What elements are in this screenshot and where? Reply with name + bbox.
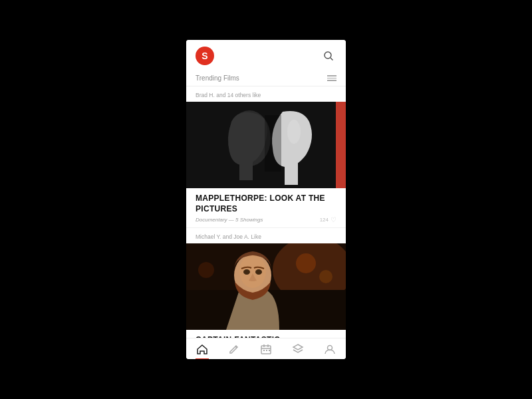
film-card-captain: Michael Y. and Joe A. Like: [186, 228, 346, 338]
phone-frame: S Trending Films Brad H. and 14 others l…: [186, 40, 346, 359]
svg-point-17: [319, 270, 332, 283]
svg-point-0: [325, 52, 331, 59]
social-text-1: Brad H. and 14 others like: [186, 86, 346, 102]
film-info-captain: CAPTAIN FANTASTIC: [186, 330, 346, 338]
search-button[interactable]: [321, 48, 336, 64]
svg-point-16: [296, 253, 316, 273]
film-title-mapplethorpe: MAPPLETHORPE: LOOK AT THE PICTURES: [196, 194, 336, 214]
svg-rect-5: [285, 162, 298, 185]
svg-rect-23: [263, 350, 265, 351]
film-meta-mapplethorpe: Documentary — 5 Showings 124 ♡: [196, 216, 336, 223]
nav-layers[interactable]: [292, 343, 304, 355]
nav-profile[interactable]: [324, 343, 336, 355]
menu-icon[interactable]: [327, 75, 336, 81]
film-genre-mapplethorpe: Documentary — 5 Showings: [196, 217, 263, 223]
section-title: Trending Films: [196, 74, 239, 82]
svg-rect-25: [269, 350, 270, 351]
film-card-mapplethorpe: Brad H. and 14 others like: [186, 86, 346, 228]
svg-rect-4: [239, 160, 253, 180]
content-scroll[interactable]: Brad H. and 14 others like: [186, 86, 346, 338]
svg-rect-8: [336, 102, 346, 188]
svg-rect-6: [265, 115, 281, 172]
social-text-2: Michael Y. and Joe A. Like: [186, 228, 346, 243]
film-image-captain[interactable]: [186, 243, 346, 330]
svg-point-15: [239, 255, 266, 288]
app-logo: S: [196, 47, 214, 65]
svg-point-18: [198, 262, 214, 278]
app-header: S: [186, 40, 346, 72]
bottom-nav: [186, 338, 346, 359]
svg-point-7: [287, 120, 301, 144]
nav-calendar[interactable]: [260, 343, 272, 355]
film-info-mapplethorpe: MAPPLETHORPE: LOOK AT THE PICTURES Docum…: [186, 188, 346, 228]
nav-edit[interactable]: [228, 343, 240, 355]
section-bar: Trending Films: [186, 72, 346, 86]
heart-icon: ♡: [331, 216, 336, 223]
nav-home[interactable]: [196, 343, 208, 355]
film-image-mapplethorpe[interactable]: [186, 102, 346, 188]
film-likes-mapplethorpe: 124 ♡: [320, 216, 336, 223]
svg-rect-24: [266, 350, 267, 351]
svg-line-1: [331, 58, 333, 61]
